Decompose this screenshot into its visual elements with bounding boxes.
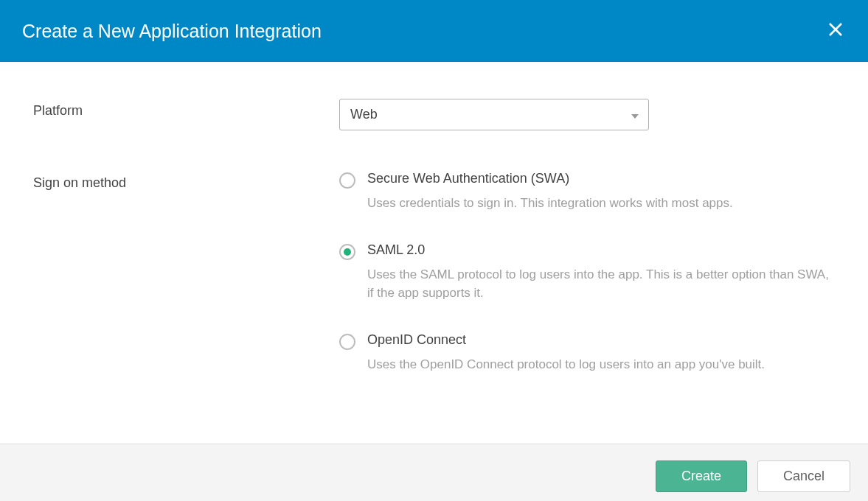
option-title: Secure Web Authentication (SWA) bbox=[367, 171, 835, 186]
radio-saml[interactable] bbox=[339, 244, 355, 260]
create-app-integration-modal: Create a New Application Integration Pla… bbox=[0, 0, 868, 501]
close-icon[interactable] bbox=[825, 18, 846, 44]
option-swa[interactable]: Secure Web Authentication (SWA) Uses cre… bbox=[339, 171, 835, 213]
modal-title: Create a New Application Integration bbox=[22, 21, 322, 42]
platform-select-wrapper: Web bbox=[339, 99, 649, 130]
modal-body: Platform Web Sign on method bbox=[0, 62, 868, 444]
modal-footer: Create Cancel bbox=[0, 444, 868, 501]
radio-swa[interactable] bbox=[339, 172, 355, 189]
sign-on-method-options: Secure Web Authentication (SWA) Uses cre… bbox=[339, 171, 835, 374]
sign-on-method-row: Sign on method Secure Web Authentication… bbox=[33, 171, 835, 374]
platform-row: Platform Web bbox=[33, 99, 835, 130]
create-button[interactable]: Create bbox=[656, 460, 747, 492]
option-content: Secure Web Authentication (SWA) Uses cre… bbox=[367, 171, 835, 213]
option-content: SAML 2.0 Uses the SAML protocol to log u… bbox=[367, 242, 835, 303]
platform-select[interactable]: Web bbox=[339, 99, 649, 130]
option-desc: Uses the SAML protocol to log users into… bbox=[367, 265, 835, 303]
platform-label: Platform bbox=[33, 103, 339, 119]
option-desc: Uses credentials to sign in. This integr… bbox=[367, 194, 835, 213]
option-desc: Uses the OpenID Connect protocol to log … bbox=[367, 355, 835, 374]
option-content: OpenID Connect Uses the OpenID Connect p… bbox=[367, 332, 835, 374]
option-title: SAML 2.0 bbox=[367, 242, 835, 258]
option-saml[interactable]: SAML 2.0 Uses the SAML protocol to log u… bbox=[339, 242, 835, 303]
cancel-button[interactable]: Cancel bbox=[757, 460, 850, 492]
option-openid[interactable]: OpenID Connect Uses the OpenID Connect p… bbox=[339, 332, 835, 374]
sign-on-method-label: Sign on method bbox=[33, 175, 339, 191]
modal-header: Create a New Application Integration bbox=[0, 0, 868, 62]
radio-openid[interactable] bbox=[339, 334, 355, 350]
option-title: OpenID Connect bbox=[367, 332, 835, 348]
